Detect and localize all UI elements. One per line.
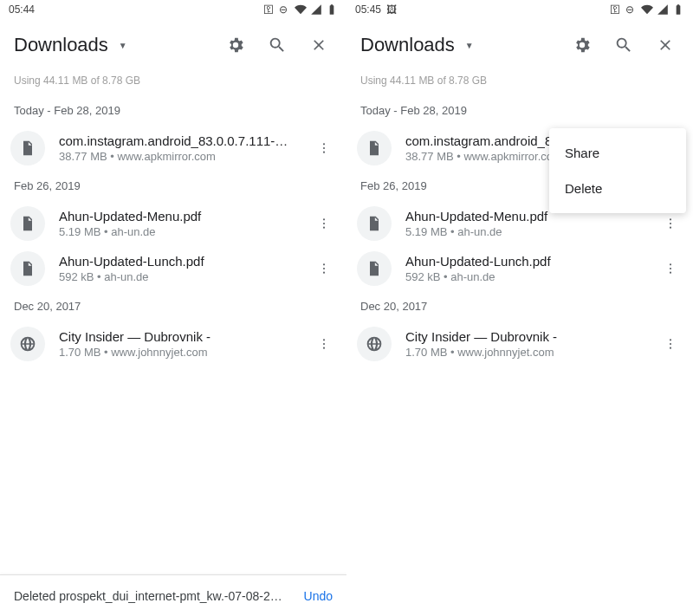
status-bar: 05:44 ⚿ ⊖: [0, 0, 346, 19]
svg-point-0: [323, 143, 325, 145]
file-meta: 5.19 MB • ah-un.de: [59, 225, 303, 238]
do-not-disturb-icon: ⊖: [625, 3, 638, 16]
search-icon: [614, 36, 633, 55]
image-icon: 🖼: [386, 3, 397, 16]
svg-point-16: [670, 223, 671, 224]
file-meta: 38.77 MB • www.apkmirror.com: [59, 150, 303, 163]
more-options-button[interactable]: [307, 131, 341, 165]
more-options-button[interactable]: [307, 327, 341, 361]
app-header: Downloads ▼: [346, 19, 693, 71]
file-icon: [10, 251, 45, 286]
file-row[interactable]: City Insider — Dubrovnik -1.70 MB • www.…: [0, 321, 346, 366]
title-dropdown-icon[interactable]: ▼: [465, 41, 474, 50]
key-icon: ⚿: [263, 3, 275, 16]
storage-usage: Using 44.11 MB of 8.78 GB: [346, 71, 693, 95]
battery-icon: [326, 3, 338, 16]
file-name: com.instagram.android_83.0.0.7.111-…: [59, 133, 303, 148]
app-header: Downloads ▼: [0, 19, 346, 71]
more-options-button[interactable]: [307, 206, 341, 241]
wifi-icon: [295, 3, 307, 16]
search-icon: [268, 36, 287, 55]
svg-point-4: [323, 223, 325, 224]
file-row[interactable]: City Insider — Dubrovnik -1.70 MB • www.…: [346, 321, 693, 366]
svg-point-9: [323, 339, 325, 340]
date-header: Feb 26, 2019: [0, 171, 346, 201]
file-name: City Insider — Dubrovnik -: [405, 329, 650, 344]
file-name: City Insider — Dubrovnik -: [59, 329, 303, 344]
key-icon: ⚿: [610, 3, 622, 16]
page-title: Downloads: [14, 34, 108, 56]
right-screenshot: 05:45 🖼 ⚿ ⊖ Downloads ▼ Using 44.11 MB o…: [346, 0, 693, 616]
page-title: Downloads: [360, 34, 455, 56]
close-icon: [657, 36, 674, 54]
close-button[interactable]: [646, 26, 684, 64]
svg-point-5: [323, 227, 325, 229]
date-header: Today - Feb 28, 2019: [0, 95, 346, 126]
snackbar-text: Deleted prospekt_dui_internet-pmt_kw.-07…: [14, 589, 290, 603]
date-header: Today - Feb 28, 2019: [346, 95, 693, 126]
downloads-list-left: Today - Feb 28, 2019com.instagram.androi…: [0, 95, 346, 366]
svg-point-20: [670, 272, 671, 274]
svg-point-3: [323, 218, 325, 220]
status-icons: ⚿ ⊖: [610, 3, 684, 16]
file-icon: [10, 131, 45, 165]
signal-icon: [310, 3, 322, 16]
file-name: Ahun-Updated-Lunch.pdf: [59, 254, 303, 269]
status-bar: 05:45 🖼 ⚿ ⊖: [346, 0, 693, 19]
search-button[interactable]: [258, 26, 296, 64]
svg-point-21: [670, 339, 671, 340]
signal-icon: [657, 3, 669, 16]
left-screenshot: 05:44 ⚿ ⊖ Downloads ▼ Using 44.11 MB of …: [0, 0, 346, 616]
close-icon: [310, 36, 327, 54]
svg-point-6: [323, 263, 325, 265]
title-dropdown-icon[interactable]: ▼: [119, 41, 127, 50]
globe-icon: [10, 327, 45, 361]
close-button[interactable]: [300, 26, 338, 64]
svg-point-19: [670, 268, 671, 269]
svg-point-15: [670, 218, 671, 220]
gear-icon: [226, 36, 245, 55]
svg-point-11: [323, 347, 325, 349]
do-not-disturb-icon: ⊖: [279, 3, 291, 16]
file-meta: 1.70 MB • www.johnnyjet.com: [405, 346, 650, 359]
file-meta: 592 kB • ah-un.de: [59, 270, 303, 283]
file-icon: [357, 206, 392, 241]
svg-point-23: [670, 347, 671, 349]
search-button[interactable]: [605, 26, 643, 64]
settings-button[interactable]: [217, 26, 255, 64]
undo-button[interactable]: Undo: [304, 589, 333, 603]
svg-point-8: [323, 272, 325, 274]
file-icon: [357, 131, 392, 165]
svg-point-1: [323, 147, 325, 149]
file-row[interactable]: com.instagram.android_83.0.0.7.111-…38.7…: [0, 126, 346, 171]
status-time: 05:45: [355, 3, 381, 16]
context-menu-item-delete[interactable]: Delete: [549, 171, 686, 206]
context-menu-item-share[interactable]: Share: [549, 135, 686, 171]
more-options-button[interactable]: [653, 327, 688, 361]
status-icons: ⚿ ⊖: [263, 3, 338, 16]
more-options-button[interactable]: [653, 251, 688, 286]
snackbar: Deleted prospekt_dui_internet-pmt_kw.-07…: [0, 574, 346, 616]
storage-usage: Using 44.11 MB of 8.78 GB: [0, 71, 346, 95]
status-time: 05:44: [9, 3, 35, 16]
file-name: Ahun-Updated-Lunch.pdf: [405, 254, 650, 269]
more-options-button[interactable]: [307, 251, 341, 286]
svg-point-22: [670, 343, 671, 345]
svg-point-17: [670, 227, 671, 229]
svg-point-2: [323, 152, 325, 153]
file-row[interactable]: Ahun-Updated-Lunch.pdf592 kB • ah-un.de: [346, 246, 693, 291]
date-header: Dec 20, 2017: [346, 291, 693, 321]
file-meta: 1.70 MB • www.johnnyjet.com: [59, 346, 303, 359]
settings-button[interactable]: [563, 26, 601, 64]
file-name: Ahun-Updated-Menu.pdf: [59, 209, 303, 224]
file-meta: 592 kB • ah-un.de: [405, 270, 650, 283]
file-meta: 5.19 MB • ah-un.de: [405, 225, 650, 238]
svg-point-10: [323, 343, 325, 345]
gear-icon: [573, 36, 592, 55]
svg-point-7: [323, 268, 325, 269]
file-icon: [357, 251, 392, 286]
svg-point-18: [670, 263, 671, 265]
wifi-icon: [641, 3, 653, 16]
file-row[interactable]: Ahun-Updated-Lunch.pdf592 kB • ah-un.de: [0, 246, 346, 291]
file-row[interactable]: Ahun-Updated-Menu.pdf5.19 MB • ah-un.de: [0, 201, 346, 246]
